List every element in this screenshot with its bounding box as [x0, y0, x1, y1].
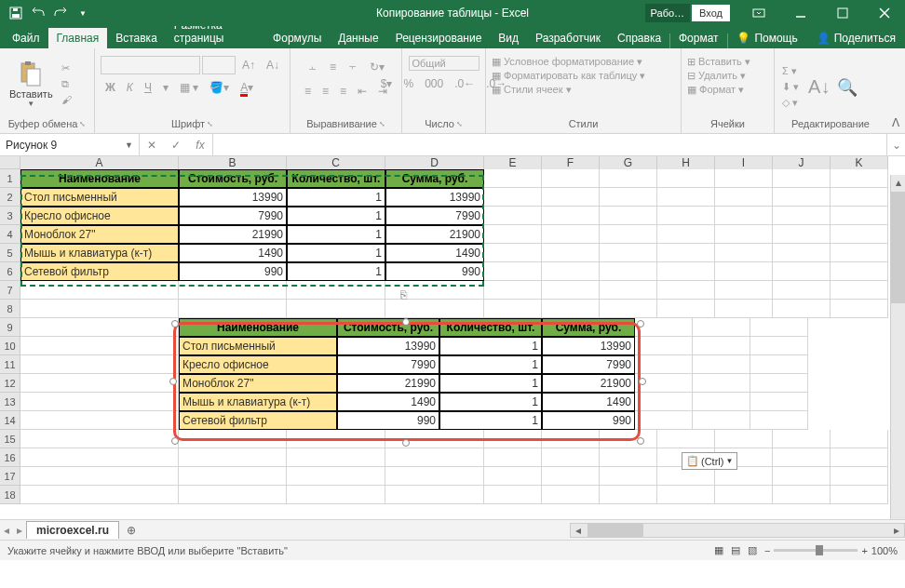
- insert-function-icon[interactable]: fx: [188, 139, 212, 152]
- cell[interactable]: [715, 169, 773, 188]
- cell[interactable]: 1: [287, 262, 385, 281]
- clear-icon[interactable]: ◇ ▾: [780, 96, 801, 110]
- col-header[interactable]: J: [773, 156, 831, 169]
- scroll-right-icon[interactable]: ▸: [889, 524, 904, 537]
- format-painter-icon[interactable]: 🖌: [60, 93, 74, 106]
- tab-data[interactable]: Данные: [330, 28, 386, 48]
- cell[interactable]: [657, 262, 715, 281]
- cell[interactable]: 990: [337, 411, 439, 430]
- share-button[interactable]: 👤 Поделиться: [807, 28, 905, 48]
- cell[interactable]: [484, 300, 542, 318]
- cell[interactable]: 1: [439, 411, 542, 430]
- cell[interactable]: [385, 430, 484, 448]
- cell[interactable]: Количество, шт.: [287, 169, 385, 188]
- cell[interactable]: [179, 467, 287, 486]
- row-header[interactable]: 7: [0, 281, 20, 300]
- increase-font-icon[interactable]: A↑: [237, 56, 260, 74]
- col-header[interactable]: K: [831, 156, 888, 169]
- col-header[interactable]: G: [600, 156, 657, 169]
- formula-input[interactable]: [213, 134, 886, 155]
- cell[interactable]: [693, 411, 750, 430]
- cell[interactable]: 21900: [542, 374, 635, 393]
- cell[interactable]: 1: [439, 393, 542, 411]
- cell[interactable]: Сетевой фильтр: [179, 411, 337, 430]
- add-sheet-icon[interactable]: ⊕: [119, 524, 143, 537]
- autosum-icon[interactable]: Σ ▾: [780, 64, 801, 78]
- col-header[interactable]: B: [179, 156, 287, 169]
- cell[interactable]: [693, 393, 750, 411]
- select-all-corner[interactable]: [0, 156, 20, 169]
- cell[interactable]: [20, 355, 179, 374]
- cell[interactable]: 13990: [337, 337, 439, 355]
- border-icon[interactable]: ▦ ▾: [175, 78, 203, 97]
- row-header[interactable]: 11: [0, 355, 20, 374]
- col-header[interactable]: D: [385, 156, 484, 169]
- cell[interactable]: [385, 448, 484, 467]
- cell[interactable]: [484, 225, 542, 244]
- align-dialog-icon[interactable]: ⤡: [379, 120, 385, 128]
- cell[interactable]: Сетевой фильтр: [20, 262, 179, 281]
- align-center-icon[interactable]: ≡: [317, 82, 333, 100]
- cell[interactable]: [715, 467, 773, 486]
- paste-options-button[interactable]: 📋 (Ctrl) ▼: [682, 452, 737, 470]
- cell[interactable]: [20, 393, 179, 411]
- cell[interactable]: [635, 411, 693, 430]
- cell[interactable]: 1: [439, 355, 542, 374]
- cell[interactable]: [773, 262, 831, 281]
- smart-tag-icon[interactable]: ⎘: [400, 288, 407, 301]
- cell[interactable]: Кресло офисное: [20, 207, 179, 225]
- cell[interactable]: 1490: [385, 244, 484, 262]
- cell[interactable]: Стол письменный: [20, 188, 179, 207]
- cell[interactable]: [831, 448, 888, 467]
- cell[interactable]: 21990: [337, 374, 439, 393]
- login-button[interactable]: Вход: [692, 5, 730, 21]
- cell[interactable]: [542, 281, 600, 300]
- align-top-icon[interactable]: ⫠: [303, 58, 323, 76]
- cell[interactable]: Стол письменный: [179, 337, 337, 355]
- cell[interactable]: [831, 207, 888, 225]
- cell[interactable]: [600, 244, 657, 262]
- cell[interactable]: [635, 337, 693, 355]
- cell[interactable]: [179, 486, 287, 504]
- row-header[interactable]: 1: [0, 169, 20, 188]
- cell[interactable]: [179, 300, 287, 318]
- underline-button[interactable]: Ч: [140, 78, 156, 97]
- cell[interactable]: [20, 430, 179, 448]
- cell[interactable]: 1: [287, 225, 385, 244]
- sheet-tab[interactable]: microexcel.ru: [26, 521, 119, 539]
- cell[interactable]: [773, 207, 831, 225]
- row-header[interactable]: 8: [0, 300, 20, 318]
- close-button[interactable]: [863, 0, 905, 26]
- cell[interactable]: 1: [439, 337, 542, 355]
- cell[interactable]: [657, 281, 715, 300]
- row-header[interactable]: 15: [0, 430, 20, 448]
- cell[interactable]: [657, 188, 715, 207]
- cell[interactable]: 21990: [179, 225, 287, 244]
- cell[interactable]: [484, 281, 542, 300]
- cell[interactable]: [484, 262, 542, 281]
- cell[interactable]: [635, 318, 693, 337]
- cell[interactable]: [542, 169, 600, 188]
- sheet-nav-first-icon[interactable]: ◂: [0, 524, 13, 537]
- enter-formula-icon[interactable]: ✓: [164, 139, 188, 152]
- cell[interactable]: [600, 486, 657, 504]
- number-dialog-icon[interactable]: ⤡: [456, 120, 463, 128]
- percent-icon[interactable]: %: [398, 74, 418, 93]
- cell[interactable]: Мышь и клавиатура (к-т): [20, 244, 179, 262]
- cell[interactable]: 1: [439, 374, 542, 393]
- cell[interactable]: 13990: [385, 188, 484, 207]
- cell[interactable]: [542, 207, 600, 225]
- cell[interactable]: [484, 207, 542, 225]
- cell[interactable]: [831, 225, 888, 244]
- cell[interactable]: [635, 355, 693, 374]
- cell[interactable]: [831, 281, 888, 300]
- worksheet-grid[interactable]: A B C D E F G H I J K 1НаименованиеСтоим…: [0, 156, 905, 519]
- cell[interactable]: [20, 300, 179, 318]
- row-header[interactable]: 18: [0, 486, 20, 504]
- cancel-formula-icon[interactable]: ✕: [140, 139, 164, 152]
- cell[interactable]: [287, 467, 385, 486]
- cell[interactable]: [715, 225, 773, 244]
- cell[interactable]: [542, 262, 600, 281]
- cell[interactable]: [773, 448, 831, 467]
- align-right-icon[interactable]: ≡: [335, 82, 351, 100]
